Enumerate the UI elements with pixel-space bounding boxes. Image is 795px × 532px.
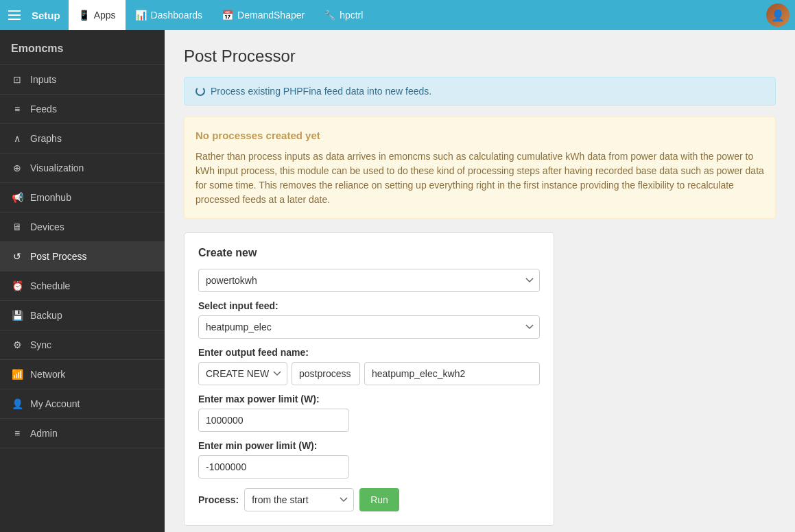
backup-icon: 💾	[11, 310, 23, 321]
nav-hpctrl[interactable]: 🔧 hpctrl	[314, 0, 372, 30]
process-type-select[interactable]: powertokwh	[198, 269, 540, 292]
feeds-icon: ≡	[11, 104, 23, 114]
process-row-label: Process:	[198, 494, 239, 505]
graphs-icon: ∧	[11, 133, 23, 144]
sidebar: Emoncms ⊡ Inputs ≡ Feeds ∧ Graphs ⊕ Visu…	[0, 30, 165, 532]
process-from-select[interactable]: from the start	[244, 488, 354, 511]
sidebar-item-backup[interactable]: 💾 Backup	[0, 301, 165, 330]
emonhub-icon: 📢	[11, 192, 23, 203]
sidebar-item-sync-label: Sync	[30, 339, 51, 350]
sidebar-item-inputs-label: Inputs	[30, 74, 56, 85]
schedule-icon: ⏰	[11, 280, 23, 291]
demandshaper-label: DemandShaper	[237, 10, 305, 21]
setup-label: Setup	[32, 10, 60, 21]
my-account-icon: 👤	[11, 398, 23, 409]
info-box-blue: Process existing PHPFina feed data into …	[184, 77, 776, 106]
hpctrl-icon: 🔧	[324, 10, 335, 21]
run-button[interactable]: Run	[359, 488, 399, 511]
sidebar-item-my-account[interactable]: 👤 My Account	[0, 389, 165, 419]
demandshaper-icon: 📅	[222, 10, 233, 21]
sidebar-item-feeds-label: Feeds	[30, 104, 57, 114]
admin-icon: ≡	[11, 428, 23, 439]
sidebar-item-feeds[interactable]: ≡ Feeds	[0, 95, 165, 124]
sidebar-item-emonhub-label: Emonhub	[30, 192, 71, 203]
sidebar-item-admin-label: Admin	[30, 428, 58, 439]
inputs-icon: ⊡	[11, 74, 23, 85]
hpctrl-label: hpctrl	[340, 10, 363, 21]
output-prefix-input[interactable]	[292, 362, 360, 385]
input-feed-label: Select input feed:	[198, 300, 540, 311]
sidebar-item-inputs[interactable]: ⊡ Inputs	[0, 65, 165, 95]
main-content: Post Processor Process existing PHPFina …	[165, 30, 795, 532]
nav-dashboards[interactable]: 📊 Dashboards	[126, 0, 213, 30]
hamburger-menu[interactable]	[5, 8, 23, 23]
warning-body: Rather than process inputs as data arriv…	[195, 149, 764, 207]
user-avatar[interactable]: 👤	[766, 3, 790, 27]
sidebar-item-graphs[interactable]: ∧ Graphs	[0, 124, 165, 154]
sidebar-item-post-process[interactable]: ↺ Post Process	[0, 242, 165, 271]
max-power-input[interactable]	[198, 409, 349, 432]
visualization-icon: ⊕	[11, 162, 23, 173]
sidebar-item-graphs-label: Graphs	[30, 133, 62, 144]
min-power-input[interactable]	[198, 455, 349, 479]
devices-icon: 🖥	[11, 221, 23, 232]
sidebar-item-admin[interactable]: ≡ Admin	[0, 419, 165, 448]
sidebar-item-visualization-label: Visualization	[30, 162, 84, 173]
sidebar-item-visualization[interactable]: ⊕ Visualization	[0, 154, 165, 183]
create-panel: Create new powertokwh Select input feed:…	[184, 232, 554, 526]
create-panel-heading: Create new	[198, 247, 540, 259]
output-feed-group: Enter output feed name: CREATE NEW:	[198, 347, 540, 385]
process-row: Process: from the start Run	[198, 488, 540, 511]
warning-title: No processes created yet	[195, 128, 764, 144]
sidebar-item-emonhub[interactable]: 📢 Emonhub	[0, 183, 165, 213]
network-icon: 📶	[11, 369, 23, 380]
min-power-group: Enter min power limit (W):	[198, 440, 540, 479]
process-type-group: powertokwh	[198, 269, 540, 292]
top-navigation: Setup 📱 Apps 📊 Dashboards 📅 DemandShaper…	[0, 0, 795, 30]
apps-icon: 📱	[78, 10, 90, 21]
sidebar-item-devices-label: Devices	[30, 221, 64, 232]
spinner-icon	[195, 86, 205, 96]
sidebar-item-network-label: Network	[30, 369, 65, 380]
post-process-icon: ↺	[11, 251, 23, 262]
dashboards-label: Dashboards	[151, 10, 203, 21]
sidebar-item-backup-label: Backup	[30, 310, 62, 321]
output-feed-row: CREATE NEW:	[198, 362, 540, 385]
sidebar-item-schedule-label: Schedule	[30, 280, 70, 291]
sidebar-item-network[interactable]: 📶 Network	[0, 360, 165, 389]
sync-icon: ⚙	[11, 339, 23, 350]
output-feed-label: Enter output feed name:	[198, 347, 540, 358]
max-power-label: Enter max power limit (W):	[198, 394, 540, 404]
sidebar-item-my-account-label: My Account	[30, 398, 80, 409]
input-feed-group: Select input feed: heatpump_elec	[198, 300, 540, 339]
sidebar-item-devices[interactable]: 🖥 Devices	[0, 213, 165, 242]
max-power-group: Enter max power limit (W):	[198, 394, 540, 432]
output-feed-name-input[interactable]	[364, 362, 540, 385]
sidebar-item-sync[interactable]: ⚙ Sync	[0, 330, 165, 360]
nav-apps[interactable]: 📱 Apps	[69, 0, 126, 30]
input-feed-select[interactable]: heatpump_elec	[198, 315, 540, 339]
min-power-label: Enter min power limit (W):	[198, 440, 540, 451]
info-blue-text: Process existing PHPFina feed data into …	[211, 86, 431, 97]
page-title: Post Processor	[184, 47, 776, 66]
avatar-image: 👤	[766, 3, 790, 27]
dashboards-icon: 📊	[135, 10, 147, 21]
warning-box: No processes created yet Rather than pro…	[184, 117, 776, 219]
output-mode-select[interactable]: CREATE NEW:	[198, 362, 287, 385]
sidebar-item-post-process-label: Post Process	[30, 251, 86, 262]
sidebar-brand: Emoncms	[0, 30, 165, 65]
setup-nav-item[interactable]: Setup	[23, 10, 69, 21]
nav-demandshaper[interactable]: 📅 DemandShaper	[212, 0, 314, 30]
sidebar-item-schedule[interactable]: ⏰ Schedule	[0, 271, 165, 301]
apps-label: Apps	[94, 10, 116, 21]
